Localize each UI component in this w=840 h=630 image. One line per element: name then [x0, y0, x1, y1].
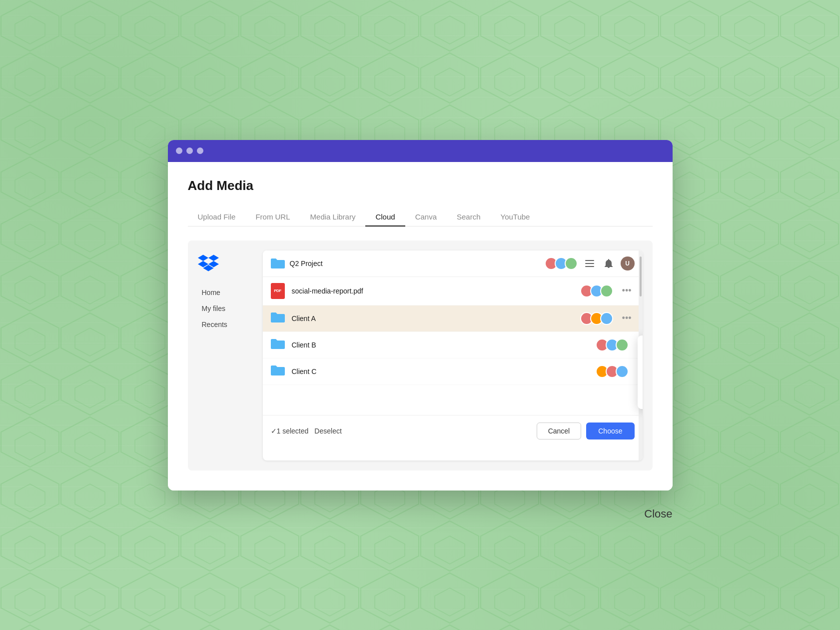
svg-rect-5	[585, 266, 594, 267]
bottom-actions: Cancel Choose	[537, 422, 635, 440]
scrollbar-thumb[interactable]	[640, 256, 642, 296]
avatar	[616, 365, 629, 378]
cancel-button[interactable]: Cancel	[537, 422, 582, 440]
current-folder-name: Q2 Project	[290, 260, 323, 268]
traffic-light-close[interactable]	[176, 148, 182, 154]
tab-cloud[interactable]: Cloud	[365, 208, 405, 226]
window-content: Add Media Upload File From URL Media Lib…	[168, 162, 673, 490]
tab-upload-file[interactable]: Upload File	[188, 208, 246, 226]
sidebar-item-recents[interactable]: Recents	[198, 318, 263, 332]
selected-info: ✓1 selected Deselect	[271, 427, 342, 435]
file-avatars	[596, 365, 629, 378]
tab-canva[interactable]: Canva	[405, 208, 447, 226]
folder-icon	[271, 338, 287, 352]
header-avatars	[545, 257, 578, 270]
folder-header-name: Q2 Project	[271, 258, 545, 270]
context-item-star[interactable]: Star	[638, 361, 643, 384]
avatar	[600, 312, 613, 325]
file-avatars	[580, 312, 613, 325]
file-row[interactable]: Client C	[263, 358, 643, 385]
close-button[interactable]: Close	[644, 508, 672, 520]
sidebar-nav: Home My files Recents	[198, 286, 263, 332]
folder-header: Q2 Project	[263, 250, 643, 277]
tab-youtube[interactable]: YouTube	[491, 208, 540, 226]
main-window: Add Media Upload File From URL Media Lib…	[168, 140, 673, 490]
browser-area: Home My files Recents	[188, 240, 653, 470]
file-avatars	[596, 338, 629, 352]
sidebar-item-home[interactable]: Home	[198, 286, 263, 300]
avatar	[616, 338, 629, 352]
tab-bar: Upload File From URL Media Library Cloud…	[188, 208, 653, 226]
bell-icon[interactable]	[602, 256, 616, 270]
avatar	[565, 257, 578, 270]
traffic-light-maximize[interactable]	[197, 148, 203, 154]
file-row[interactable]: Client B	[263, 332, 643, 358]
file-options-button[interactable]: •••	[619, 284, 635, 297]
tab-from-url[interactable]: From URL	[245, 208, 300, 226]
choose-button[interactable]: Choose	[586, 422, 634, 440]
titlebar	[168, 140, 673, 162]
user-icon[interactable]: U	[621, 256, 635, 270]
file-avatars	[580, 284, 613, 298]
selected-count-label: ✓1 selected	[271, 427, 309, 435]
file-name: Client C	[292, 368, 596, 376]
context-item-share[interactable]: Share	[638, 338, 643, 361]
svg-rect-3	[585, 260, 594, 261]
tab-search[interactable]: Search	[447, 208, 491, 226]
pdf-icon: PDF	[271, 283, 287, 299]
folder-icon	[271, 312, 287, 326]
sidebar-item-my-files[interactable]: My files	[198, 302, 263, 316]
spacer	[263, 385, 643, 415]
file-name: Client A	[292, 314, 580, 322]
tab-media-library[interactable]: Media Library	[300, 208, 366, 226]
dropbox-logo	[198, 250, 263, 274]
deselect-button[interactable]: Deselect	[314, 427, 341, 435]
file-name: social-media-report.pdf	[292, 287, 580, 295]
file-list-container: Q2 Project	[263, 250, 643, 460]
context-menu: Share	[638, 336, 643, 409]
sidebar: Home My files Recents	[198, 250, 263, 460]
file-options-button[interactable]: •••	[619, 312, 635, 324]
file-row[interactable]: PDF social-media-report.pdf •••	[263, 277, 643, 306]
file-row[interactable]: Client A ••• Share	[263, 306, 643, 332]
menu-icon[interactable]	[583, 256, 597, 270]
context-item-send[interactable]: Send	[638, 384, 643, 406]
folder-icon	[271, 364, 287, 378]
header-actions: U	[545, 256, 635, 270]
file-name: Client B	[292, 341, 596, 349]
avatar	[600, 284, 613, 298]
traffic-light-minimize[interactable]	[186, 148, 193, 154]
bottom-bar: ✓1 selected Deselect Cancel Choose	[263, 415, 643, 446]
page-title: Add Media	[188, 178, 653, 194]
svg-rect-4	[585, 263, 594, 264]
